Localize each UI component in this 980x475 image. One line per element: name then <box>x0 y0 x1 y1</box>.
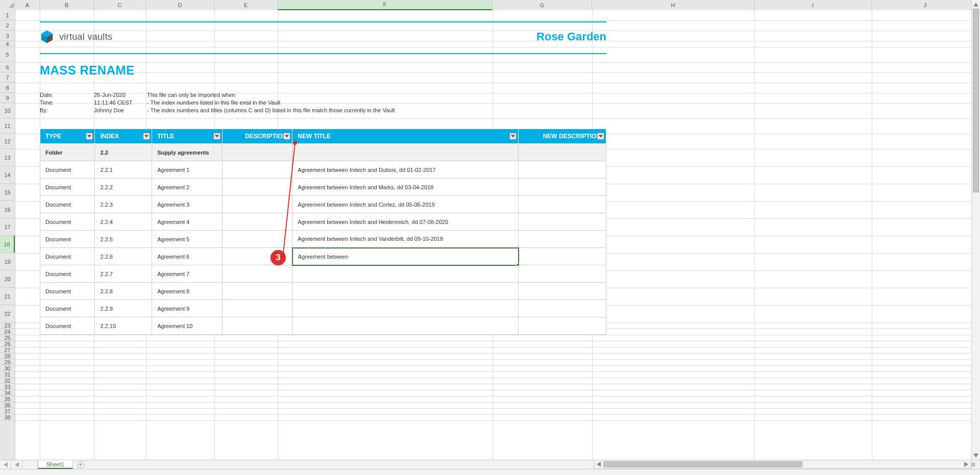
row-header[interactable]: 27 <box>0 347 15 353</box>
column-header[interactable]: J <box>872 0 979 10</box>
cell-type[interactable]: Document <box>40 213 95 231</box>
horizontal-scroll-thumb[interactable] <box>603 461 802 467</box>
add-sheet-button[interactable]: + <box>73 460 88 469</box>
cell-title[interactable]: Supply agreements <box>152 144 223 161</box>
cell-new-title[interactable]: Agreement between Initech and Marks, dd … <box>292 179 519 196</box>
cell-new-title[interactable]: Agreement between Initech and Vanderbilt… <box>292 231 519 248</box>
horizontal-scrollbar[interactable] <box>594 460 971 469</box>
header-type[interactable]: TYPE <box>40 129 95 144</box>
cell-index[interactable]: 2.2.4 <box>95 213 152 231</box>
row-header[interactable]: 12 <box>0 134 15 149</box>
row-header[interactable]: 36 <box>0 402 15 408</box>
cell-new-title[interactable]: Agreement between <box>292 248 519 265</box>
row-header[interactable]: 1 <box>0 10 15 20</box>
cell-description[interactable] <box>222 317 292 335</box>
cell-index[interactable]: 2.2.5 <box>95 231 152 248</box>
filter-dropdown-icon[interactable] <box>597 133 604 140</box>
row-header[interactable]: 16 <box>0 201 15 218</box>
cell-description[interactable] <box>222 213 292 231</box>
cell-type[interactable]: Document <box>40 283 95 300</box>
cell-description[interactable] <box>222 161 292 179</box>
cell-new-title[interactable] <box>292 144 519 161</box>
table-row[interactable]: Document2.2.2Agreement 2Agreement betwee… <box>40 179 606 196</box>
column-header[interactable]: H <box>592 0 754 10</box>
cell-index[interactable]: 2.2.6 <box>95 248 152 265</box>
row-header[interactable]: 18 <box>0 236 15 253</box>
cell-index[interactable]: 2.2.3 <box>95 196 152 213</box>
sheet-nav-prev-icon[interactable] <box>11 460 22 469</box>
cell-type[interactable]: Document <box>40 231 95 248</box>
cell-title[interactable]: Agreement 8 <box>152 283 223 300</box>
cell-type[interactable]: Document <box>40 248 95 265</box>
cell-new-description[interactable] <box>519 161 606 179</box>
table-row[interactable]: Document2.2.4Agreement 4Agreement betwee… <box>40 213 606 231</box>
column-header[interactable]: F <box>278 0 493 10</box>
header-title[interactable]: TITLE <box>152 129 223 144</box>
horizontal-scroll-track[interactable] <box>603 460 962 468</box>
vertical-scroll-thumb[interactable] <box>973 9 979 192</box>
column-header[interactable]: C <box>94 0 146 10</box>
cell-title[interactable]: Agreement 4 <box>152 213 223 231</box>
cell-new-description[interactable] <box>519 196 606 213</box>
cell-type[interactable]: Document <box>40 196 95 213</box>
select-all-corner[interactable] <box>0 0 15 10</box>
cell-new-title[interactable]: Agreement between Initech and Cortez, dd… <box>292 196 519 213</box>
row-header[interactable]: 15 <box>0 184 15 201</box>
cell-index[interactable]: 2.2.2 <box>95 179 152 196</box>
table-row[interactable]: Document2.2.1Agreement 1Agreement betwee… <box>40 161 606 179</box>
table-row[interactable]: Document2.2.7Agreement 7 <box>40 265 606 283</box>
header-description[interactable]: DESCRIPTION <box>222 129 292 144</box>
filter-dropdown-icon[interactable] <box>213 133 220 140</box>
cell-type[interactable]: Document <box>40 161 95 179</box>
sheet-nav-first-icon[interactable] <box>0 460 11 469</box>
row-header[interactable]: 5 <box>0 47 15 62</box>
row-header[interactable]: 14 <box>0 166 15 184</box>
cell-title[interactable]: Agreement 2 <box>152 179 223 196</box>
scroll-down-arrow-icon[interactable] <box>972 451 980 460</box>
cell-title[interactable]: Agreement 6 <box>152 248 223 265</box>
cell-index[interactable]: 2.2.1 <box>95 161 152 179</box>
row-header[interactable]: 7 <box>0 72 15 83</box>
cell-description[interactable] <box>222 265 292 283</box>
table-row[interactable]: Document2.2.5Agreement 5Agreement betwee… <box>40 231 606 248</box>
vertical-scroll-track[interactable] <box>972 9 980 451</box>
row-header[interactable]: 22 <box>0 305 15 322</box>
cell-new-title[interactable] <box>292 265 519 283</box>
spreadsheet-grid[interactable]: virtual vaults Rose Garden MASS RENAME D… <box>15 10 971 460</box>
cell-new-description[interactable] <box>519 248 606 265</box>
filter-dropdown-icon[interactable] <box>143 133 150 140</box>
header-index[interactable]: INDEX <box>95 129 152 144</box>
row-header[interactable]: 13 <box>0 149 15 166</box>
row-header[interactable]: 23 <box>0 322 15 329</box>
cell-index[interactable]: 2.2 <box>95 144 152 161</box>
row-header[interactable]: 3 <box>0 31 15 41</box>
cell-new-title[interactable] <box>292 317 519 335</box>
table-row[interactable]: Document2.2.6Agreement 6Agreement betwee… <box>40 248 606 265</box>
header-new-description[interactable]: NEW DESCRIPTION <box>519 129 606 144</box>
cell-title[interactable]: Agreement 1 <box>152 161 223 179</box>
column-header[interactable]: D <box>146 0 214 10</box>
cell-new-description[interactable] <box>519 317 606 335</box>
row-header[interactable]: 29 <box>0 359 15 365</box>
row-header[interactable]: 8 <box>0 83 15 93</box>
row-header[interactable]: 4 <box>0 41 15 47</box>
cell-title[interactable]: Agreement 3 <box>152 196 223 213</box>
filter-dropdown-icon[interactable] <box>86 133 93 140</box>
cell-type[interactable]: Document <box>40 265 95 283</box>
cell-new-description[interactable] <box>519 265 606 283</box>
row-header[interactable]: 37 <box>0 408 15 414</box>
row-header[interactable]: 31 <box>0 371 15 378</box>
filter-dropdown-icon[interactable] <box>509 133 517 140</box>
row-header[interactable]: 30 <box>0 365 15 371</box>
cell-type[interactable]: Document <box>40 300 95 317</box>
row-header[interactable]: 33 <box>0 384 15 390</box>
vertical-scrollbar[interactable] <box>971 0 980 460</box>
cell-new-description[interactable] <box>519 283 606 300</box>
cell-new-description[interactable] <box>519 144 606 161</box>
column-header[interactable]: I <box>754 0 872 10</box>
cell-description[interactable] <box>222 196 292 213</box>
fill-handle[interactable] <box>517 263 520 266</box>
cell-new-description[interactable] <box>519 231 606 248</box>
cell-new-title[interactable] <box>292 283 519 300</box>
row-header[interactable]: 17 <box>0 218 15 236</box>
